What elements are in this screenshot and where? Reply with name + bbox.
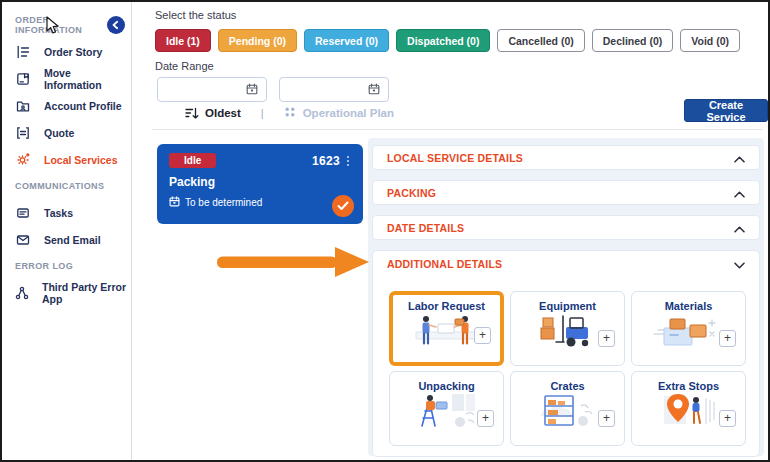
operational-plan-button[interactable]: Operational Plan	[284, 104, 394, 122]
app-window: ORDER INFORMATION Order Story Move Infor…	[0, 0, 770, 462]
grid-dots-icon	[284, 104, 296, 122]
date-range-label: Date Range	[155, 60, 214, 72]
status-button-cancelled[interactable]: Cancelled (0)	[497, 29, 584, 52]
accordion-label: PACKING	[387, 187, 436, 199]
sidebar-item-send-email[interactable]: Send Email	[2, 226, 131, 253]
toolbar-divider: |	[261, 107, 264, 119]
sidebar-item-tasks[interactable]: Tasks	[2, 199, 131, 226]
date-range-start-input[interactable]	[157, 77, 267, 102]
check-icon[interactable]	[332, 195, 354, 217]
add-unpacking-button[interactable]: +	[477, 410, 494, 427]
sidebar-item-account-profile[interactable]: Account Profile	[2, 92, 131, 119]
account-profile-icon	[15, 99, 31, 113]
card-extra-stops[interactable]: Extra Stops +	[631, 371, 746, 446]
service-order-number: 1623	[312, 154, 340, 168]
card-equipment[interactable]: Equipment +	[510, 291, 625, 366]
card-title: Equipment	[511, 300, 624, 312]
accordion-label: LOCAL SERVICE DETAILS	[387, 152, 523, 164]
date-range-row	[157, 77, 389, 102]
date-range-end-input[interactable]	[279, 77, 389, 102]
sidebar-item-quote[interactable]: Quote	[2, 119, 131, 146]
operational-plan-label: Operational Plan	[303, 107, 394, 119]
local-services-gear-icon	[15, 152, 31, 167]
calendar-icon[interactable]	[246, 81, 258, 99]
sidebar-item-third-party-error-app[interactable]: Third Party Error App	[2, 279, 131, 306]
status-button-idle[interactable]: Idle (1)	[155, 29, 211, 52]
add-labor-request-button[interactable]: +	[474, 327, 491, 344]
sidebar-item-move-information[interactable]: Move Information	[2, 65, 131, 92]
add-extra-stops-button[interactable]: +	[719, 410, 736, 427]
accordion-packing[interactable]: PACKING	[372, 180, 760, 205]
accordion-date-details[interactable]: DATE DETAILS	[372, 215, 760, 240]
chevron-up-icon	[734, 219, 745, 237]
accordion-additional-details-panel: ADDITIONAL DETAILS Labor Request	[372, 250, 760, 457]
status-filter-row: Idle (1) Pending (0) Reserved (0) Dispat…	[155, 29, 740, 52]
service-card-top-row: Idle 1623	[169, 153, 351, 168]
chevron-left-icon	[111, 18, 121, 33]
sidebar: ORDER INFORMATION Order Story Move Infor…	[2, 2, 132, 460]
sidebar-item-label: Local Services	[44, 154, 118, 166]
add-crates-button[interactable]: +	[598, 410, 615, 427]
sidebar-collapse-button[interactable]	[107, 16, 125, 34]
sidebar-section-order-information: ORDER INFORMATION	[15, 15, 107, 35]
add-materials-button[interactable]: +	[719, 330, 736, 347]
accordion-label: DATE DETAILS	[387, 222, 464, 234]
card-title: Unpacking	[390, 380, 503, 392]
sidebar-item-label: Order Story	[44, 46, 102, 58]
toolbar-divider-line	[152, 129, 763, 130]
accordion-local-service-details[interactable]: LOCAL SERVICE DETAILS	[372, 145, 760, 170]
status-button-reserved[interactable]: Reserved (0)	[304, 29, 389, 52]
move-information-icon	[15, 72, 31, 86]
quote-icon	[15, 126, 31, 140]
accordion-additional-details[interactable]: ADDITIONAL DETAILS	[373, 251, 759, 277]
calendar-icon[interactable]	[368, 81, 380, 99]
card-title: Crates	[511, 380, 624, 392]
chevron-down-icon	[734, 255, 745, 273]
status-button-declined[interactable]: Declined (0)	[592, 29, 674, 52]
card-crates[interactable]: Crates	[510, 371, 625, 446]
chevron-up-icon	[734, 149, 745, 167]
sidebar-section-communications: COMMUNICATIONS	[2, 173, 131, 199]
order-story-icon	[15, 45, 31, 59]
sidebar-item-label: Third Party Error App	[42, 281, 131, 305]
calendar-icon	[169, 196, 180, 209]
schedule-text: To be determined	[185, 197, 262, 208]
service-card-title: Packing	[169, 175, 351, 189]
card-labor-request[interactable]: Labor Request	[389, 291, 504, 366]
sidebar-item-local-services[interactable]: Local Services	[2, 146, 131, 173]
card-materials[interactable]: Materials +	[631, 291, 746, 366]
sidebar-section-error-log: ERROR LOG	[2, 253, 131, 279]
sidebar-item-label: Send Email	[44, 234, 101, 246]
third-party-error-app-icon	[15, 286, 29, 300]
card-title: Materials	[632, 300, 745, 312]
kebab-menu-icon[interactable]	[345, 154, 351, 168]
list-toolbar: Oldest | Operational Plan	[185, 103, 394, 123]
status-button-pending[interactable]: Pending (0)	[218, 29, 297, 52]
create-service-button[interactable]: Create Service	[684, 99, 768, 122]
sort-descending-icon[interactable]	[185, 107, 199, 120]
sidebar-item-label: Account Profile	[44, 100, 122, 112]
card-title: Extra Stops	[632, 380, 745, 392]
sidebar-item-label: Move Information	[44, 67, 131, 91]
service-card-packing[interactable]: Idle 1623 Packing To be determined	[157, 144, 363, 224]
service-detail-panel: LOCAL SERVICE DETAILS PACKING DATE DETAI…	[368, 138, 764, 456]
sidebar-item-order-story[interactable]: Order Story	[2, 38, 131, 65]
tasks-icon	[15, 206, 31, 220]
sort-oldest-button[interactable]: Oldest	[205, 107, 241, 119]
service-status-badge: Idle	[169, 153, 216, 168]
sidebar-item-label: Quote	[44, 127, 74, 139]
status-button-void[interactable]: Void (0)	[680, 29, 740, 52]
sidebar-item-label: Tasks	[44, 207, 73, 219]
card-unpacking[interactable]: Unpacking +	[389, 371, 504, 446]
orange-callout-arrow	[217, 247, 369, 281]
status-filter-label: Select the status	[155, 9, 236, 21]
status-button-dispatched[interactable]: Dispatched (0)	[396, 29, 490, 52]
accordion-label: ADDITIONAL DETAILS	[387, 258, 502, 270]
card-title: Labor Request	[393, 300, 500, 312]
main-content: Select the status Idle (1) Pending (0) R…	[133, 2, 768, 460]
service-card-schedule: To be determined	[169, 196, 351, 209]
add-equipment-button[interactable]: +	[598, 330, 615, 347]
chevron-up-icon	[734, 184, 745, 202]
send-email-icon	[15, 233, 31, 247]
sidebar-header: ORDER INFORMATION	[2, 12, 131, 38]
